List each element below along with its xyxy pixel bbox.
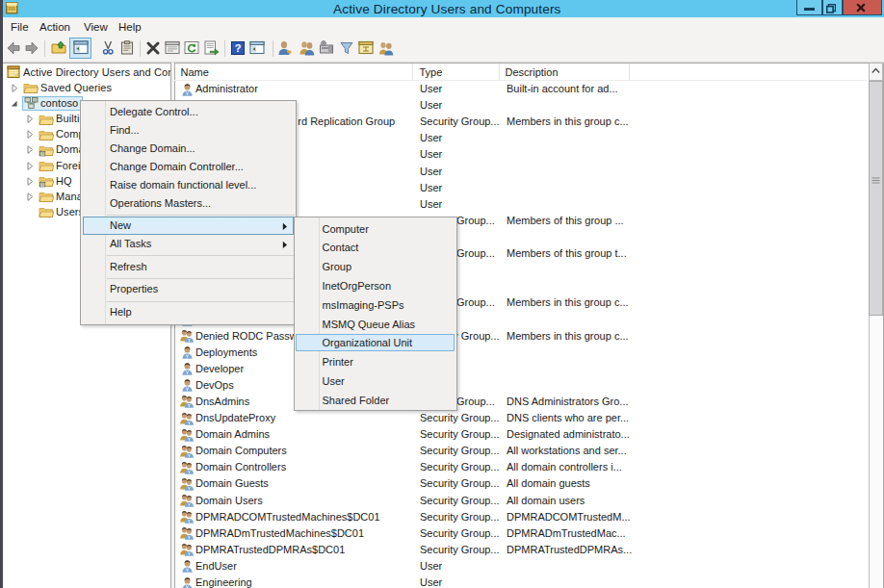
svg-text:?: ? xyxy=(235,42,242,54)
